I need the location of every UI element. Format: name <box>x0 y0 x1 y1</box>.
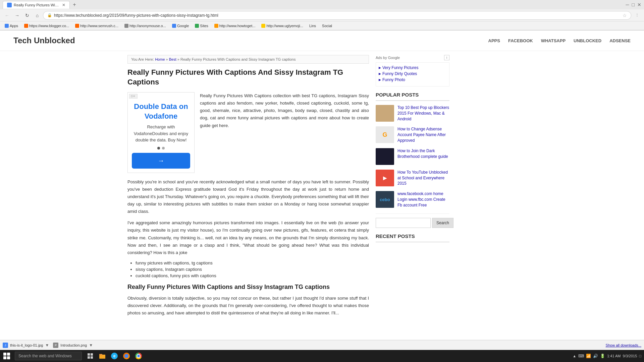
browser-chrome: Really Funny Pictures With C... ✕ + ─ □ … <box>0 0 644 31</box>
nav-facebook[interactable]: FACEBOOK <box>508 38 533 43</box>
bookmark-anonymouse[interactable]: http://anonymouse.o... <box>122 23 168 28</box>
breadcrumb-prefix: You Are Here: <box>131 57 154 61</box>
bookmark-favicon <box>261 24 265 28</box>
bookmark-uglyemoji[interactable]: http://www.uglyemoji... <box>259 23 305 28</box>
tab-close-btn[interactable]: ✕ <box>62 3 65 7</box>
bookmark-social[interactable]: Social <box>320 23 334 28</box>
ads-by-google-header: Ads by Google i <box>376 55 449 60</box>
forward-btn[interactable]: → <box>13 11 21 20</box>
ad-link-2[interactable]: Funny Dirty Quotes <box>379 71 446 76</box>
ad-link-3[interactable]: Funny Photo <box>379 77 446 82</box>
breadcrumb: You Are Here: Home » Best » Really Funny… <box>127 55 369 64</box>
title-bar: Really Funny Pictures With C... ✕ + ─ □ … <box>0 0 644 9</box>
post-title-link-5[interactable]: www.facebook.com home Login www.fbc.com … <box>397 191 449 208</box>
tab-favicon <box>7 3 12 7</box>
content-wrapper: You Are Here: Home » Best » Really Funny… <box>121 51 523 325</box>
bookmark-apps[interactable]: Apps <box>3 23 20 28</box>
bookmark-favicon <box>24 24 28 28</box>
ad-arrow-button[interactable] <box>132 153 190 169</box>
bookmark-favicon <box>5 24 9 28</box>
tab-title: Really Funny Pictures With C... <box>14 3 59 7</box>
url-text: https://www.techunblocked.org/2015/09/fu… <box>54 13 621 18</box>
bookmark-howtoget[interactable]: http://www.howtoget... <box>212 23 258 28</box>
window-controls: ─ □ ✕ <box>626 2 641 7</box>
site-nav: APPS FACEBOOK WHATSAPP UNBLOCKED ADSENSE <box>488 38 631 43</box>
bookmarks-bar: Apps https://www.blogger.co... http://ww… <box>0 21 644 30</box>
bookmark-blogger[interactable]: https://www.blogger.co... <box>22 23 71 28</box>
bookmark-favicon <box>124 24 128 28</box>
search-widget: Search <box>376 214 449 228</box>
post-title-link-2[interactable]: How to Change Adsense Account Payee Name… <box>397 126 449 143</box>
new-tab-btn[interactable]: + <box>70 1 79 9</box>
bookmark-star-icon[interactable]: ☆ <box>623 13 627 18</box>
post-title-link-3[interactable]: How to Join the Dark Brotherhood complet… <box>397 148 449 160</box>
article-intro-section: D✕ Double Data on Vodafone Recharge with… <box>127 92 369 173</box>
list-item: sissy captions, Instagram captions <box>136 267 369 272</box>
ad-subtitle: Recharge with VodafoneDoubles and enjoy … <box>132 124 190 143</box>
maximize-btn[interactable]: □ <box>632 2 635 7</box>
article-para-3: I've aggregated some amazingly humorous … <box>127 219 369 256</box>
bookmark-google[interactable]: Google <box>170 23 191 28</box>
search-button[interactable]: Search <box>432 218 453 228</box>
ads-label: Ads by Google <box>376 56 400 60</box>
ad-dot-1[interactable] <box>157 147 160 149</box>
section-2-para: Obviously, diversion is totally subjecti… <box>127 295 369 317</box>
popular-post-3: How to Join the Dark Brotherhood complet… <box>376 148 449 165</box>
ad-label: D✕ <box>129 94 138 99</box>
bookmark-favicon <box>195 24 199 28</box>
site-header: Tech Unblocked APPS FACEBOOK WHATSAPP UN… <box>0 31 644 51</box>
google-ads-box: Very Funny Pictures Funny Dirty Quotes F… <box>376 62 449 86</box>
address-bar[interactable]: 🔒 https://www.techunblocked.org/2015/09/… <box>43 11 631 20</box>
ad-dots <box>132 147 190 149</box>
advertisement-box: D✕ Double Data on Vodafone Recharge with… <box>127 92 195 173</box>
section-2-title: Really Funny Pictures With Captions and … <box>127 284 369 291</box>
recent-posts-title: RECENT POSTS <box>376 233 449 242</box>
post-title-link-1[interactable]: Top 10 Best Pop up Blockers 2015 For Win… <box>397 105 449 122</box>
breadcrumb-best[interactable]: Best <box>169 57 176 61</box>
article-intro-text: Really Funny Pictures With Captions coll… <box>200 92 369 173</box>
bookmark-favicon <box>172 24 176 28</box>
extensions-btn[interactable]: ⋮ <box>633 11 641 20</box>
browser-tab[interactable]: Really Funny Pictures With C... ✕ <box>3 1 70 9</box>
search-input[interactable] <box>376 218 431 228</box>
popular-post-5: cebo www.facebook.com home Login www.fbc… <box>376 191 449 208</box>
article-title: Really Funny Pictures With Captions And … <box>127 68 369 87</box>
article-para-2: Possibly you're in school and you've rec… <box>127 178 369 215</box>
popular-posts-title: POPULAR POSTS <box>376 92 449 101</box>
nav-apps[interactable]: APPS <box>488 38 500 43</box>
post-thumbnail-2: G <box>376 126 394 143</box>
list-item: funny pictures with captions, tg caption… <box>136 260 369 265</box>
breadcrumb-current: Really Funny Pictures With Captions and … <box>180 57 296 61</box>
popular-post-2: G How to Change Adsense Account Payee Na… <box>376 126 449 143</box>
popular-post-4: ▶ How To YouTube Unblocked at School and… <box>376 170 449 186</box>
nav-adsense[interactable]: ADSENSE <box>609 38 631 43</box>
bookmark-favicon <box>75 24 79 28</box>
post-thumbnail-3 <box>376 148 394 165</box>
back-btn[interactable]: ← <box>3 11 11 20</box>
breadcrumb-home[interactable]: Home <box>155 57 165 61</box>
article-list: funny pictures with captions, tg caption… <box>136 260 369 278</box>
bookmark-lins[interactable]: Lins <box>307 23 318 28</box>
ssl-icon: 🔒 <box>47 13 52 17</box>
ads-settings-icon[interactable]: i <box>444 55 449 60</box>
bookmark-sites[interactable]: Sites <box>193 23 210 28</box>
search-box: Search <box>376 218 449 228</box>
minimize-btn[interactable]: ─ <box>626 2 629 7</box>
bookmark-semrush[interactable]: http://www.semrush.c... <box>73 23 120 28</box>
popular-post-1: Top 10 Best Pop up Blockers 2015 For Win… <box>376 105 449 122</box>
site-logo[interactable]: Tech Unblocked <box>13 36 75 45</box>
main-content: You Are Here: Home » Best » Really Funny… <box>127 55 369 321</box>
post-thumbnail-4: ▶ <box>376 170 394 186</box>
ad-link-1[interactable]: Very Funny Pictures <box>379 65 446 70</box>
nav-unblocked[interactable]: UNBLOCKED <box>574 38 601 43</box>
list-item: cuckold captions, funny pics with captio… <box>136 273 369 278</box>
nav-bar: ← → ↻ ⌂ 🔒 https://www.techunblocked.org/… <box>0 9 644 21</box>
ad-dot-2[interactable] <box>162 147 165 149</box>
reload-btn[interactable]: ↻ <box>23 11 32 20</box>
sidebar: Ads by Google i Very Funny Pictures Funn… <box>376 55 449 321</box>
nav-whatsapp[interactable]: WHATSAPP <box>541 38 566 43</box>
close-btn[interactable]: ✕ <box>637 2 641 7</box>
post-thumbnail-5: cebo <box>376 191 394 208</box>
post-title-link-4[interactable]: How To YouTube Unblocked at School and E… <box>397 170 449 186</box>
home-btn[interactable]: ⌂ <box>33 11 42 20</box>
